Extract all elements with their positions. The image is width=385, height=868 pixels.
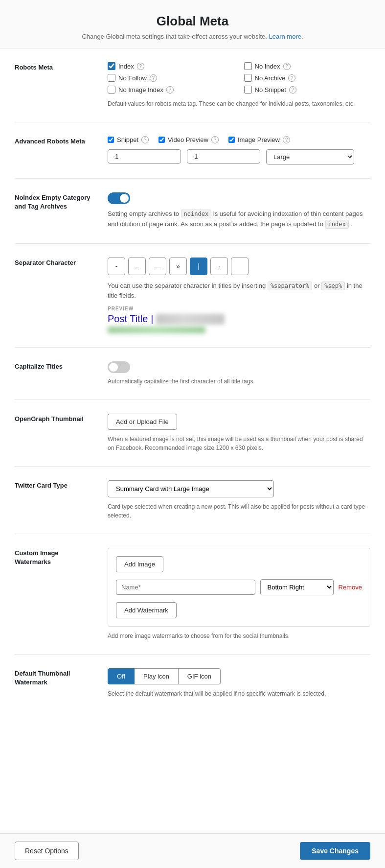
capitalize-label: Capitalize Titles (15, 361, 93, 371)
checkbox-item-nofollow: No Follow ? (108, 74, 234, 82)
noindex-toggle[interactable] (108, 192, 130, 204)
help-icon-noindex[interactable]: ? (283, 63, 291, 70)
watermark-entry-row: Bottom Right Bottom Left Top Right Top L… (116, 579, 362, 595)
checkbox-adv-videoprev[interactable] (159, 137, 165, 143)
noindex-content: Setting empty archives to noindex is use… (108, 192, 370, 230)
robots-meta-label: Robots Meta (15, 62, 93, 72)
checkbox-nosnippet[interactable] (244, 86, 252, 94)
checkbox-noimageindex-label: No Image Index (118, 86, 163, 94)
twitter-card-help: Card type selected when creating a new p… (108, 502, 370, 520)
preview-title: Post Title | (108, 313, 370, 325)
imageprev-select[interactable]: Large None Standard (266, 149, 354, 164)
checkbox-noimageindex[interactable] (108, 86, 115, 94)
noindex-code1: noindex (181, 210, 212, 218)
capitalize-slider (108, 361, 130, 373)
preview-title-text: Post Title (108, 313, 148, 325)
checkbox-noindex-label: No Index (255, 63, 280, 70)
separator-label: Separator Character (15, 258, 93, 267)
sep-btn-pipe[interactable]: | (190, 258, 207, 275)
checkbox-item-noarchive: No Archive ? (244, 74, 371, 82)
adv-checkbox-videoprev: Video Preview ? (159, 136, 219, 143)
sep-code2: %sep% (321, 282, 345, 290)
checkbox-item-nosnippet: No Snippet ? (244, 86, 371, 94)
checkbox-noarchive[interactable] (244, 74, 252, 82)
checkbox-index[interactable] (108, 62, 115, 70)
thumbnail-watermark-help: Select the default watermark that will b… (108, 689, 370, 698)
checkbox-nofollow[interactable] (108, 74, 115, 82)
add-watermark-button[interactable]: Add Watermark (116, 602, 177, 618)
watermark-position-select[interactable]: Bottom Right Bottom Left Top Right Top L… (260, 579, 334, 595)
advanced-robots-content: Snippet ? Video Preview ? Image Preview … (108, 136, 370, 164)
add-image-button[interactable]: Add Image (116, 556, 163, 572)
adv-inputs-group: Large None Standard (108, 149, 370, 164)
separator-content: - – — » | · You can use the separator ch… (108, 258, 370, 334)
help-icon-adv-imageprev[interactable]: ? (283, 136, 290, 143)
sep-btn-raquo[interactable]: » (169, 258, 187, 275)
thumbnail-watermark-row: Default Thumbnail Watermark Off Play ico… (15, 655, 370, 712)
separator-description: You can use the separator character in t… (108, 281, 370, 302)
snippet-input[interactable] (108, 149, 181, 164)
opengraph-content: Add or Upload File When a featured image… (108, 414, 370, 452)
thumbnail-watermark-buttons: Off Play icon GIF icon (108, 668, 370, 684)
capitalize-help: Automatically capitalize the first chara… (108, 377, 370, 386)
watermarks-content: Add Image Bottom Right Bottom Left Top R… (108, 548, 370, 640)
help-icon-noarchive[interactable]: ? (288, 74, 295, 82)
robots-checkbox-grid: Index ? No Index ? No Follow ? (108, 62, 370, 94)
help-icon-index[interactable]: ? (137, 63, 144, 70)
page-footer: Reset Options Save Changes (0, 833, 385, 868)
twitter-card-content: Summary Card with Large Image Summary Ca… (108, 480, 370, 520)
capitalize-toggle[interactable] (108, 361, 130, 373)
adv-robots-checkboxes: Snippet ? Video Preview ? Image Preview … (108, 136, 370, 143)
sep-btn-endash[interactable]: – (128, 258, 146, 275)
checkbox-item-noindex: No Index ? (244, 62, 371, 70)
learn-more-link[interactable]: Learn more (269, 33, 301, 40)
page-title: Global Meta (20, 14, 365, 29)
robots-meta-row: Robots Meta Index ? No Index ? (15, 48, 370, 122)
thumb-btn-gif[interactable]: GIF icon (179, 668, 221, 684)
noindex-description: Setting empty archives to noindex is use… (108, 209, 370, 230)
separator-options: - – — » | · (108, 258, 370, 275)
thumb-btn-off[interactable]: Off (108, 668, 135, 684)
videoprev-input[interactable] (187, 149, 260, 164)
checkbox-item-index: Index ? (108, 62, 234, 70)
watermark-name-input[interactable] (116, 580, 255, 595)
adv-videoprev-label: Video Preview (168, 136, 208, 143)
preview-separator: | (151, 313, 153, 325)
adv-checkbox-snippet: Snippet ? (108, 136, 149, 143)
remove-watermark-link[interactable]: Remove (339, 584, 362, 591)
checkbox-adv-imageprev[interactable] (228, 137, 235, 143)
checkbox-noarchive-label: No Archive (255, 74, 286, 82)
noindex-slider (108, 192, 130, 204)
upload-file-button[interactable]: Add or Upload File (108, 414, 177, 430)
save-button[interactable]: Save Changes (300, 842, 370, 860)
sep-btn-blank[interactable] (231, 258, 249, 275)
checkbox-noindex[interactable] (244, 62, 252, 70)
reset-button[interactable]: Reset Options (15, 842, 79, 860)
adv-imageprev-label: Image Preview (238, 136, 280, 143)
help-icon-adv-videoprev[interactable]: ? (211, 136, 219, 143)
preview-label: PREVIEW (108, 306, 370, 311)
sep-btn-emdash[interactable]: — (149, 258, 166, 275)
help-icon-noimageindex[interactable]: ? (166, 86, 174, 94)
help-icon-nosnippet[interactable]: ? (289, 86, 296, 94)
twitter-card-select[interactable]: Summary Card with Large Image Summary Ca… (108, 480, 274, 497)
sep-btn-dot[interactable]: · (210, 258, 228, 275)
checkbox-nosnippet-label: No Snippet (255, 86, 286, 94)
sep-code1: %separator% (268, 282, 312, 290)
adv-checkbox-imageprev: Image Preview ? (228, 136, 290, 143)
opengraph-label: OpenGraph Thumbnail (15, 414, 93, 423)
watermarks-row: Custom Image Watermarks Add Image Bottom… (15, 534, 370, 655)
imageprev-select-group: Large None Standard (266, 149, 354, 164)
checkbox-item-noimageindex: No Image Index ? (108, 86, 234, 94)
help-icon-nofollow[interactable]: ? (150, 74, 157, 82)
sep-btn-dash[interactable]: - (108, 258, 125, 275)
noindex-label: Noindex Empty Category and Tag Archives (15, 192, 93, 211)
preview-url (108, 327, 205, 333)
help-icon-adv-snippet[interactable]: ? (141, 136, 149, 143)
opengraph-row: OpenGraph Thumbnail Add or Upload File W… (15, 400, 370, 467)
opengraph-help: When a featured image is not set, this i… (108, 435, 370, 452)
checkbox-adv-snippet[interactable] (108, 137, 114, 143)
thumbnail-watermark-label: Default Thumbnail Watermark (15, 668, 93, 687)
thumb-btn-play[interactable]: Play icon (135, 668, 179, 684)
watermarks-help: Add more image watermarks to choose from… (108, 632, 370, 640)
